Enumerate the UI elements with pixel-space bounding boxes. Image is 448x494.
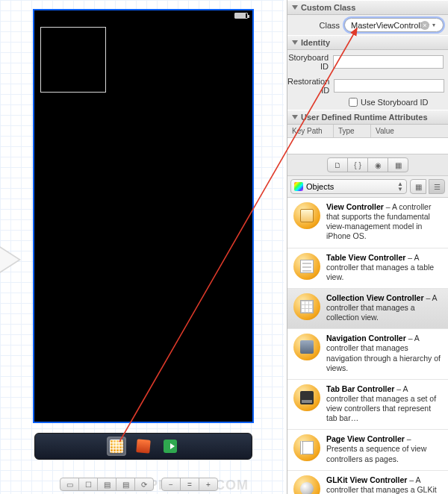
library-item[interactable]: Collection View Controller – A controlle… <box>287 289 448 329</box>
file-template-tab[interactable]: 🗋 <box>327 157 348 172</box>
inspector-panel: Custom Class Class MasterViewController … <box>287 0 448 494</box>
list-view-button[interactable]: ☰ <box>429 179 445 194</box>
doc-button[interactable]: ☐ <box>78 478 98 491</box>
object-library-list[interactable]: View Controller – A controller that supp… <box>287 198 448 494</box>
class-label: Class <box>287 21 344 30</box>
storyboard-id-label: Storyboard ID <box>287 53 333 71</box>
library-filter-label: Objects <box>306 182 334 191</box>
dock-collection-vc-icon[interactable] <box>107 437 126 456</box>
stepper-icon: ▲▼ <box>397 181 403 192</box>
library-item-text: GLKit View Controller – A controller tha… <box>326 475 442 494</box>
code-snippet-tab[interactable]: { } <box>347 157 368 172</box>
library-item-text: View Controller – A controller that supp… <box>326 202 442 242</box>
library-tab-bar: 🗋 { } ◉ ▦ <box>287 154 448 176</box>
use-storyboard-id-checkbox[interactable] <box>349 98 358 107</box>
clear-icon[interactable]: × <box>420 21 429 30</box>
restoration-id-input[interactable] <box>334 79 444 93</box>
icon-view-button[interactable]: ▦ <box>410 179 426 194</box>
library-filter-bar: Objects ▲▼ ▦ ☰ <box>287 176 448 198</box>
objects-color-icon <box>294 182 303 191</box>
zoom-out-button[interactable]: − <box>161 478 181 491</box>
dropdown-arrow-icon[interactable]: ▾ <box>432 22 440 29</box>
identity-section-header[interactable]: Identity <box>287 35 448 50</box>
view-controller-icon <box>293 202 320 229</box>
library-item-text: Page View Controller – Presents a sequen… <box>326 434 442 463</box>
section-title: Custom Class <box>301 3 355 12</box>
dock-first-responder-icon[interactable] <box>134 437 153 456</box>
custom-class-section-header[interactable]: Custom Class <box>287 0 448 15</box>
navigation-controller-icon <box>293 334 320 360</box>
class-combobox[interactable]: MasterViewController × ▾ <box>344 18 444 32</box>
library-item-text: Tab Bar Controller – A controller that m… <box>326 384 442 424</box>
library-item-text: Navigation Controller – A controller tha… <box>326 334 442 373</box>
class-field-row: Class MasterViewController × ▾ <box>287 15 448 35</box>
page-view-controller-icon <box>293 434 320 461</box>
library-item[interactable]: GLKit View Controller – A controller tha… <box>287 471 448 494</box>
segue-arrow-icon <box>0 246 21 273</box>
section-title: User Defined Runtime Attributes <box>301 113 428 122</box>
class-value: MasterViewController <box>351 21 429 30</box>
library-item-text: Table View Controller – A controller tha… <box>326 253 442 282</box>
zoom-fit-button[interactable]: = <box>180 478 199 491</box>
refresh-button[interactable]: ⟳ <box>134 478 154 491</box>
zoom-in-button[interactable]: + <box>199 478 218 491</box>
library-item[interactable]: Tab Bar Controller – A controller that m… <box>287 380 448 431</box>
object-library-tab[interactable]: ◉ <box>367 157 388 172</box>
library-item[interactable]: Table View Controller – A controller tha… <box>287 248 448 289</box>
status-bar <box>34 10 252 21</box>
runtime-attrs-section-header[interactable]: User Defined Runtime Attributes <box>287 110 448 125</box>
battery-icon <box>234 13 248 19</box>
use-storyboard-id-label: Use Storyboard ID <box>361 98 428 107</box>
library-item-text: Collection View Controller – A controlle… <box>326 293 442 322</box>
runtime-attrs-table-header: Key Path Type Value <box>287 125 448 138</box>
dock-exit-icon[interactable] <box>161 437 180 456</box>
col-type: Type <box>334 125 371 137</box>
glkit-view-controller-icon <box>293 475 320 494</box>
collection-view-cell[interactable] <box>40 27 106 93</box>
collection-view-controller-icon <box>293 293 320 320</box>
save-button[interactable]: ▤ <box>97 478 116 491</box>
collection-view-controller-scene[interactable] <box>33 9 254 423</box>
canvas-bottom-toolbar: ▭ ☐ ▤ ▤ ⟳ − = + <box>60 478 218 491</box>
library-item[interactable]: Page View Controller – Presents a sequen… <box>287 430 448 470</box>
disclosure-triangle-icon <box>292 5 298 10</box>
storyboard-id-input[interactable] <box>333 55 444 69</box>
tab-bar-controller-icon <box>293 384 320 411</box>
restoration-id-label: Restoration ID <box>287 77 334 95</box>
section-title: Identity <box>301 38 330 47</box>
save-button-2[interactable]: ▤ <box>116 478 135 491</box>
media-library-tab[interactable]: ▦ <box>388 157 408 172</box>
disclosure-triangle-icon <box>292 115 298 119</box>
library-filter-dropdown[interactable]: Objects ▲▼ <box>290 179 407 194</box>
runtime-attrs-table[interactable] <box>287 138 448 154</box>
col-keypath: Key Path <box>287 125 334 137</box>
table-view-controller-icon <box>293 253 320 280</box>
disclosure-triangle-icon <box>292 40 298 45</box>
library-item[interactable]: Navigation Controller – A controller tha… <box>287 329 448 380</box>
col-value: Value <box>371 125 448 137</box>
scene-dock <box>34 433 252 460</box>
device-button[interactable]: ▭ <box>60 478 79 491</box>
library-item[interactable]: View Controller – A controller that supp… <box>287 198 448 248</box>
